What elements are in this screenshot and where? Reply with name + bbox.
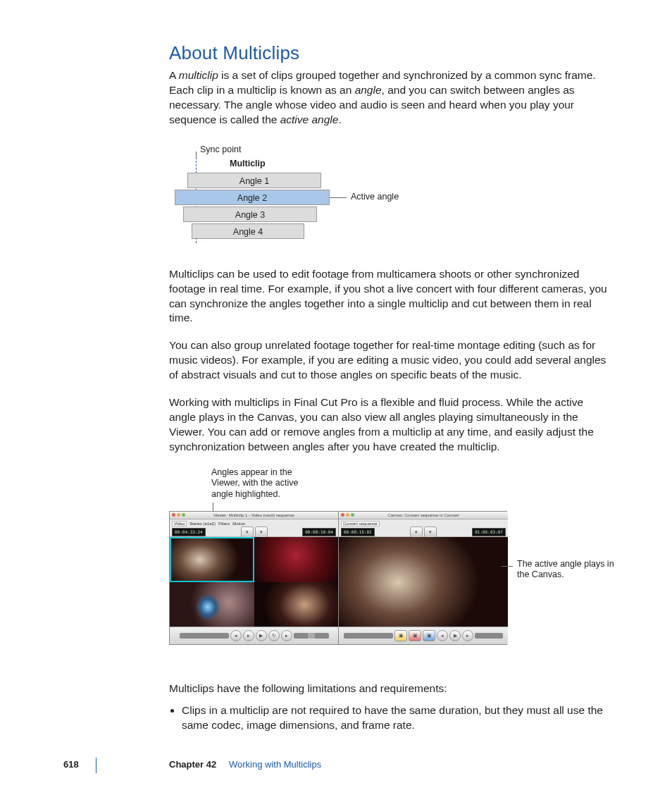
zoom-icon[interactable] <box>351 513 354 517</box>
paragraph: Working with multiclips in Final Cut Pro… <box>169 395 609 455</box>
paragraph: You can also group unrelated footage tog… <box>169 338 609 383</box>
play-around-button[interactable]: ↻ <box>268 630 280 641</box>
zoom-icon[interactable] <box>182 513 185 517</box>
minimize-icon[interactable] <box>346 513 349 517</box>
active-angle-callout: Active angle <box>351 192 399 202</box>
tab-sequence[interactable]: Concert sequence <box>341 521 380 526</box>
next-edit-button[interactable]: ▸ <box>462 630 473 641</box>
text: A <box>169 69 179 81</box>
viewer-video-grid <box>170 537 338 627</box>
shuttle-slider[interactable] <box>344 633 393 639</box>
canvas-timecode-left[interactable]: 00:08:15:02 <box>341 528 375 536</box>
angle-thumbnail-4[interactable] <box>254 582 339 627</box>
angle-thumbnail-3[interactable] <box>170 582 254 627</box>
viewer-titlebar: Viewer: Multiclip 1 - Video (vault) sequ… <box>170 512 338 519</box>
viewer-transport: ◂ ▸ ▶ ↻ ▸ <box>170 627 338 644</box>
callout-line <box>330 197 347 198</box>
tab-motion[interactable]: Motion <box>232 522 245 526</box>
angle-2-track-active: Angle 2 <box>175 190 330 205</box>
angle-4-image <box>254 582 339 627</box>
paragraph: Multiclips can be used to edit footage f… <box>169 267 609 326</box>
angle-thumbnail-1[interactable] <box>170 537 254 582</box>
jog-slider[interactable] <box>294 633 329 639</box>
tab-video[interactable]: Video <box>172 521 187 526</box>
app-screenshot: Viewer: Multiclip 1 - Video (vault) sequ… <box>169 511 507 645</box>
canvas-toolbar: 00:08:15:02 ▾ ▾ 01:06:03:07 <box>339 529 508 537</box>
canvas-title: Canvas: Concert sequence in Concert <box>339 512 508 519</box>
angle-4-track: Angle 4 <box>192 223 304 239</box>
paragraph: Multiclips have the following limitation… <box>169 682 609 696</box>
canvas-titlebar: Canvas: Concert sequence in Concert <box>339 512 508 519</box>
footer-rule <box>96 758 97 773</box>
viewer-timecode-right[interactable]: 00:08:10:04 <box>302 528 336 536</box>
figure-caption-left: Angles appear in the Viewer, with the ac… <box>211 467 317 500</box>
play-in-out-button[interactable]: ▸ <box>243 630 254 641</box>
chapter-number: Chapter 42 <box>169 759 216 770</box>
angle-1-image-active <box>170 537 254 582</box>
viewer-toolbar: 00:04:33:24 ▾ ▾ 00:08:10:04 <box>170 529 338 537</box>
play-button[interactable]: ▶ <box>256 630 267 641</box>
sync-tick-icon <box>196 152 197 157</box>
jog-slider[interactable] <box>475 633 503 639</box>
angle-thumbnail-2[interactable] <box>254 537 339 582</box>
close-icon[interactable] <box>341 513 344 517</box>
viewer-pane: Viewer: Multiclip 1 - Video (vault) sequ… <box>170 512 339 644</box>
viewer-timecode-left[interactable]: 00:04:33:24 <box>172 528 206 536</box>
angle-3-image <box>170 582 254 627</box>
overwrite-button[interactable]: ▣ <box>409 630 421 641</box>
chapter-title: Working with Multiclips <box>229 759 321 770</box>
prev-edit-button[interactable]: ◂ <box>437 630 448 641</box>
requirements-list: Clips in a multiclip are not required to… <box>169 703 609 733</box>
close-icon[interactable] <box>172 513 175 517</box>
canvas-active-angle-image <box>339 537 508 627</box>
term-multiclip: multiclip <box>179 69 218 81</box>
sync-point-label: Sync point <box>200 144 241 154</box>
next-edit-button[interactable]: ▸ <box>281 630 292 641</box>
shuttle-slider[interactable] <box>180 633 229 639</box>
tab-filters[interactable]: Filters <box>218 522 230 526</box>
angle-1-track: Angle 1 <box>187 173 321 188</box>
viewer-canvas-figure: Angles appear in the Viewer, with the ac… <box>169 467 609 665</box>
angle-3-track: Angle 3 <box>183 207 317 222</box>
prev-edit-button[interactable]: ◂ <box>230 630 242 641</box>
minimize-icon[interactable] <box>177 513 180 517</box>
canvas-timecode-right[interactable]: 01:06:03:07 <box>472 528 506 536</box>
canvas-pane: Canvas: Concert sequence in Concert Conc… <box>339 512 508 644</box>
insert-button[interactable]: ▣ <box>394 630 407 641</box>
tab-stereo[interactable]: Stereo (a1a2) <box>189 522 216 526</box>
canvas-video <box>339 537 508 627</box>
list-item: Clips in a multiclip are not required to… <box>182 703 609 733</box>
paragraph-intro: A multiclip is a set of clips grouped to… <box>169 68 609 128</box>
angle-2-image <box>254 537 339 582</box>
term-active-angle: active angle <box>280 113 339 125</box>
text: . <box>338 113 341 125</box>
multiclip-title-label: Multiclip <box>230 159 266 168</box>
canvas-transport: ▣ ▣ ▣ ◂ ▶ ▸ <box>339 627 508 644</box>
figure-caption-right: The active angle plays in the Canvas. <box>517 559 616 581</box>
page-footer: 618 Chapter 42 Working with Multiclips <box>0 759 672 776</box>
viewer-title: Viewer: Multiclip 1 - Video (vault) sequ… <box>170 512 338 519</box>
multiclip-diagram: Sync point Multiclip Angle 1 Angle 2 Ang… <box>169 140 609 253</box>
replace-button[interactable]: ▣ <box>423 630 435 641</box>
page-number: 618 <box>63 759 79 770</box>
section-heading: About Multiclips <box>169 42 609 64</box>
play-button[interactable]: ▶ <box>449 630 461 641</box>
term-angle: angle <box>355 84 382 96</box>
callout-line <box>502 566 513 567</box>
